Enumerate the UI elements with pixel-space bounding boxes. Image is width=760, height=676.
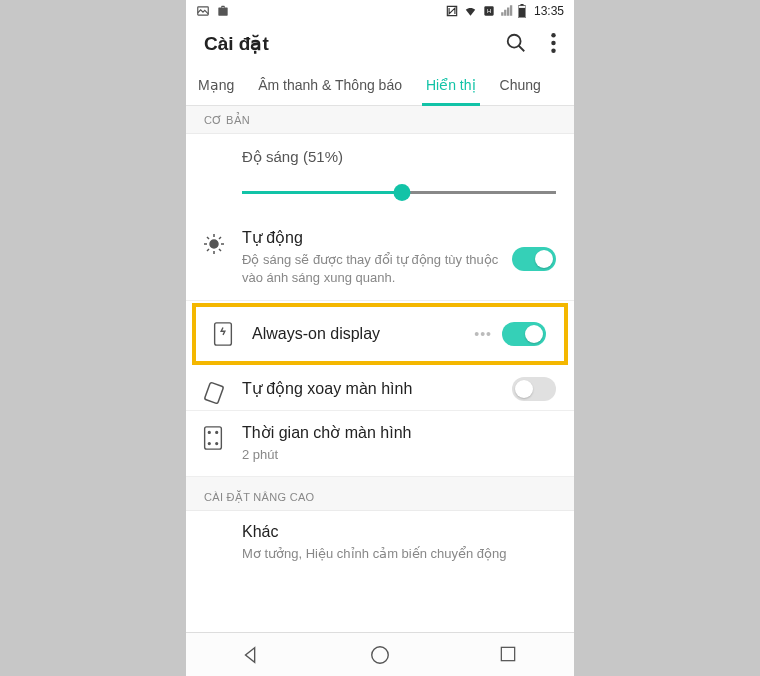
section-basic: CƠ BẢN (186, 106, 574, 134)
row-auto-brightness[interactable]: Tự động Độ sáng sẽ được thay đổi tự động… (186, 218, 574, 301)
phone-frame: H 13:35 Cài đặt Mạng Âm thanh & Thông bá… (186, 0, 574, 676)
overflow-menu-icon[interactable] (551, 33, 556, 53)
aod-title: Always-on display (252, 325, 492, 343)
home-button[interactable] (369, 644, 391, 666)
settings-content: CƠ BẢN Độ sáng (51%) Tự động Độ sáng sẽ … (186, 106, 574, 632)
svg-point-8 (551, 33, 555, 37)
aod-toggle[interactable] (502, 322, 546, 346)
data-icon: H (482, 4, 496, 18)
svg-point-11 (210, 240, 218, 248)
svg-point-26 (216, 443, 218, 445)
tab-general[interactable]: Chung (488, 64, 553, 105)
svg-rect-22 (205, 427, 222, 449)
recent-button[interactable] (498, 644, 520, 666)
svg-point-10 (551, 49, 555, 53)
more-dots-icon[interactable]: ••• (474, 326, 492, 342)
clock-text: 13:35 (534, 4, 564, 18)
tab-sound[interactable]: Âm thanh & Thông báo (246, 64, 414, 105)
other-desc: Mơ tưởng, Hiệu chỉnh cảm biến chuyển độn… (242, 545, 556, 563)
signal-icon (500, 4, 514, 18)
rotate-toggle[interactable] (512, 377, 556, 401)
row-timeout[interactable]: Thời gian chờ màn hình 2 phút (186, 411, 574, 477)
auto-title: Tự động (242, 228, 502, 247)
svg-line-17 (219, 249, 221, 251)
battery-icon (518, 4, 526, 18)
row-rotate[interactable]: Tự động xoay màn hình (186, 367, 574, 411)
photo-icon (196, 4, 210, 18)
search-icon[interactable] (505, 32, 527, 54)
aod-icon (212, 321, 236, 345)
svg-point-23 (208, 432, 210, 434)
brightness-percent: (51%) (303, 148, 343, 165)
svg-point-25 (208, 443, 210, 445)
brightness-slider[interactable] (242, 184, 556, 200)
tab-display[interactable]: Hiển thị (414, 64, 488, 105)
rotate-title: Tự động xoay màn hình (242, 379, 502, 398)
svg-point-6 (508, 35, 521, 48)
timeout-title: Thời gian chờ màn hình (242, 423, 556, 442)
svg-line-19 (219, 237, 221, 239)
rotate-icon (202, 381, 226, 405)
svg-rect-21 (204, 382, 223, 404)
auto-toggle[interactable] (512, 247, 556, 271)
svg-line-16 (207, 237, 209, 239)
nav-bar (186, 632, 574, 676)
auto-desc: Độ sáng sẽ được thay đổi tự động tùy thu… (242, 251, 502, 286)
svg-rect-28 (502, 647, 515, 660)
row-other[interactable]: Khác Mơ tưởng, Hiệu chỉnh cảm biến chuyể… (186, 511, 574, 575)
other-title: Khác (242, 523, 556, 541)
svg-point-9 (551, 41, 555, 45)
nfc-icon (445, 4, 459, 18)
timeout-value: 2 phút (242, 446, 556, 464)
auto-brightness-icon (202, 232, 226, 256)
svg-rect-5 (519, 8, 525, 17)
section-advanced: CÀI ĐẶT NÂNG CAO (186, 477, 574, 511)
svg-point-27 (372, 646, 389, 663)
row-aod[interactable]: Always-on display ••• (196, 307, 564, 361)
svg-line-7 (519, 46, 525, 52)
wifi-icon (463, 4, 478, 18)
tab-bar: Mạng Âm thanh & Thông báo Hiển thị Chung (186, 64, 574, 106)
row-brightness: Độ sáng (51%) (186, 134, 574, 218)
svg-point-24 (216, 432, 218, 434)
timeout-icon (202, 425, 226, 449)
app-header: Cài đặt (186, 22, 574, 64)
brightness-label: Độ sáng (242, 148, 299, 165)
status-bar: H 13:35 (186, 0, 574, 22)
svg-text:H: H (487, 8, 491, 14)
highlight-box: Always-on display ••• (192, 303, 568, 365)
page-title: Cài đặt (204, 32, 269, 55)
back-button[interactable] (240, 644, 262, 666)
briefcase-icon (216, 4, 230, 18)
tab-network[interactable]: Mạng (186, 64, 246, 105)
svg-line-18 (207, 249, 209, 251)
